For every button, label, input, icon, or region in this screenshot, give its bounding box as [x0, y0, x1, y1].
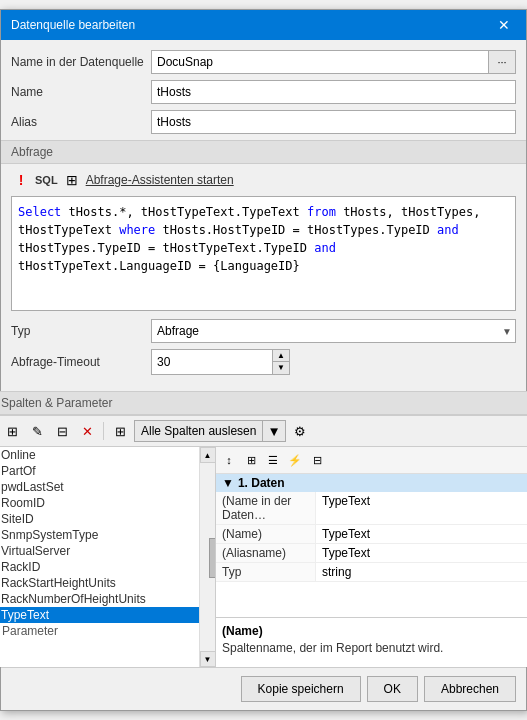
- tree-item-partof[interactable]: — PartOf: [0, 463, 199, 479]
- left-scrollbar[interactable]: ▲ ▼: [199, 447, 215, 667]
- tree-item-typetext[interactable]: — TypeText: [0, 607, 199, 623]
- prop-row-name: (Name) TypeText: [216, 525, 527, 544]
- prop-row-name-in-data: (Name in der Daten… TypeText: [216, 492, 527, 525]
- prop-section-header[interactable]: ▼ 1. Daten: [216, 474, 527, 492]
- prop-val-typ: string: [316, 563, 527, 581]
- edit-column-button[interactable]: ✎: [26, 420, 48, 442]
- bottom-bar: Kopie speichern OK Abbrechen: [1, 667, 526, 710]
- tree-item-rackstartheightunits[interactable]: — RackStartHeightUnits: [0, 575, 199, 591]
- typ-row: Typ Abfrage Tabelle Prozedur ▼: [11, 319, 516, 343]
- typ-label: Typ: [11, 324, 151, 338]
- prop-row-typ: Typ string: [216, 563, 527, 582]
- table-icon: ⊞: [62, 170, 82, 190]
- info-box-text: Spaltenname, der im Report benutzt wird.: [222, 641, 527, 655]
- dialog-container: Datenquelle bearbeiten ✕ Name in der Dat…: [0, 9, 527, 711]
- alias-label: Alias: [11, 115, 151, 129]
- tree-item-snmpsystemtype[interactable]: — SnmpSystemType: [0, 527, 199, 543]
- collapse-icon: ▼: [222, 476, 234, 490]
- name-in-datasource-row: Name in der Datenquelle ···: [11, 50, 516, 74]
- tree-item-parameter[interactable]: ⚙ Parameter: [0, 623, 199, 639]
- spinner-down-button[interactable]: ▼: [273, 362, 289, 374]
- spalten-section-header: Spalten & Parameter: [0, 391, 527, 415]
- spalten-toolbar: ⊞ ✎ ⊟ ✕ ⊞ Alle Spalten auslesen ▼ ⚙: [0, 415, 527, 447]
- name-input[interactable]: [151, 80, 516, 104]
- prop-key-name: (Name): [216, 525, 316, 543]
- options-button[interactable]: ⚙: [289, 420, 311, 442]
- title-bar: Datenquelle bearbeiten ✕: [1, 10, 526, 40]
- spinner-up-button[interactable]: ▲: [273, 350, 289, 362]
- info-box: (Name) Spaltenname, der im Report benutz…: [216, 617, 527, 667]
- timeout-spinner: ▲ ▼: [151, 349, 290, 375]
- prop-val-name: TypeText: [316, 525, 527, 543]
- prop-row-aliasname: (Aliasname) TypeText: [216, 544, 527, 563]
- alias-row: Alias: [11, 110, 516, 134]
- prop-val-name-in-data: TypeText: [316, 492, 527, 524]
- alias-input[interactable]: [151, 110, 516, 134]
- scroll-down-button[interactable]: ▼: [200, 651, 216, 667]
- tree-item-online[interactable]: — Online: [0, 447, 199, 463]
- prop-key-aliasname: (Aliasname): [216, 544, 316, 562]
- more-button[interactable]: ⊟: [307, 450, 327, 470]
- name-in-datasource-input[interactable]: [151, 50, 488, 74]
- abfrage-section-header: Abfrage: [1, 140, 526, 164]
- tree-item-roomid[interactable]: — RoomID: [0, 495, 199, 511]
- typ-select-wrapper: Abfrage Tabelle Prozedur ▼: [151, 319, 516, 343]
- save-copy-button[interactable]: Kopie speichern: [241, 676, 361, 702]
- abfrage-toolbar: ! SQL ⊞ Abfrage-Assistenten starten: [11, 170, 516, 190]
- prop-val-aliasname: TypeText: [316, 544, 527, 562]
- dialog-title: Datenquelle bearbeiten: [11, 18, 135, 32]
- wizard-button[interactable]: Abfrage-Assistenten starten: [86, 173, 234, 187]
- split-pane: — Online — PartOf — pwdLastSet —: [0, 447, 527, 667]
- sql-label: SQL: [35, 174, 58, 186]
- spalten-section: Spalten & Parameter ⊞ ✎ ⊟ ✕ ⊞ Alle Spalt…: [0, 391, 527, 667]
- left-scroll-area: — Online — PartOf — pwdLastSet —: [0, 447, 215, 667]
- left-pane: — Online — PartOf — pwdLastSet —: [0, 447, 216, 667]
- timeout-label: Abfrage-Timeout: [11, 355, 151, 369]
- column-tree: — Online — PartOf — pwdLastSet —: [0, 447, 199, 667]
- timeout-row: Abfrage-Timeout ▲ ▼: [11, 349, 516, 375]
- tree-item-rackid[interactable]: — RackID: [0, 559, 199, 575]
- columns-button[interactable]: ⊞: [241, 450, 261, 470]
- properties-table: ▼ 1. Daten (Name in der Daten… TypeText …: [216, 474, 527, 617]
- query-editor[interactable]: Select tHosts.*, tHostTypeText.TypeText …: [11, 196, 516, 311]
- toolbar-separator: [103, 422, 104, 440]
- tree-item-pwdlastset[interactable]: — pwdLastSet: [0, 479, 199, 495]
- relation-button[interactable]: ⊟: [51, 420, 73, 442]
- scroll-thumb: [209, 538, 216, 578]
- sort-button[interactable]: ↕: [219, 450, 239, 470]
- delete-column-button[interactable]: ✕: [76, 420, 98, 442]
- name-in-datasource-field-wrapper: ···: [151, 50, 516, 74]
- tree-item-racknumberofheightunits[interactable]: — RackNumberOfHeightUnits: [0, 591, 199, 607]
- name-in-datasource-label: Name in der Datenquelle: [11, 55, 151, 69]
- right-pane: ↕ ⊞ ☰ ⚡ ⊟ ▼ 1. Daten (Name in der Daten……: [216, 447, 527, 667]
- alle-spalten-wrapper: Alle Spalten auslesen ▼: [134, 420, 286, 442]
- timeout-input[interactable]: [152, 350, 272, 374]
- prop-key-typ: Typ: [216, 563, 316, 581]
- ok-button[interactable]: OK: [367, 676, 418, 702]
- tree-item-siteid[interactable]: — SiteID: [0, 511, 199, 527]
- alle-spalten-dropdown-button[interactable]: ▼: [263, 420, 285, 442]
- dialog-body: Name in der Datenquelle ··· Name Alias A…: [1, 40, 526, 391]
- table-view-button[interactable]: ⊞: [109, 420, 131, 442]
- tree-item-virtualserver[interactable]: — VirtualServer: [0, 543, 199, 559]
- add-column-button[interactable]: ⊞: [1, 420, 23, 442]
- browse-button[interactable]: ···: [488, 50, 516, 74]
- prop-section-label: 1. Daten: [238, 476, 285, 490]
- right-pane-toolbar: ↕ ⊞ ☰ ⚡ ⊟: [216, 447, 527, 474]
- name-row: Name: [11, 80, 516, 104]
- cancel-button[interactable]: Abbrechen: [424, 676, 516, 702]
- scroll-up-button[interactable]: ▲: [200, 447, 216, 463]
- alle-spalten-button[interactable]: Alle Spalten auslesen: [134, 420, 263, 442]
- close-button[interactable]: ✕: [492, 16, 516, 34]
- spinner-buttons: ▲ ▼: [272, 350, 289, 374]
- name-label: Name: [11, 85, 151, 99]
- prop-key-name-in-data: (Name in der Daten…: [216, 492, 316, 524]
- view-button[interactable]: ☰: [263, 450, 283, 470]
- filter-button[interactable]: ⚡: [285, 450, 305, 470]
- info-box-title: (Name): [222, 624, 527, 638]
- error-icon: !: [11, 170, 31, 190]
- typ-select[interactable]: Abfrage Tabelle Prozedur: [151, 319, 516, 343]
